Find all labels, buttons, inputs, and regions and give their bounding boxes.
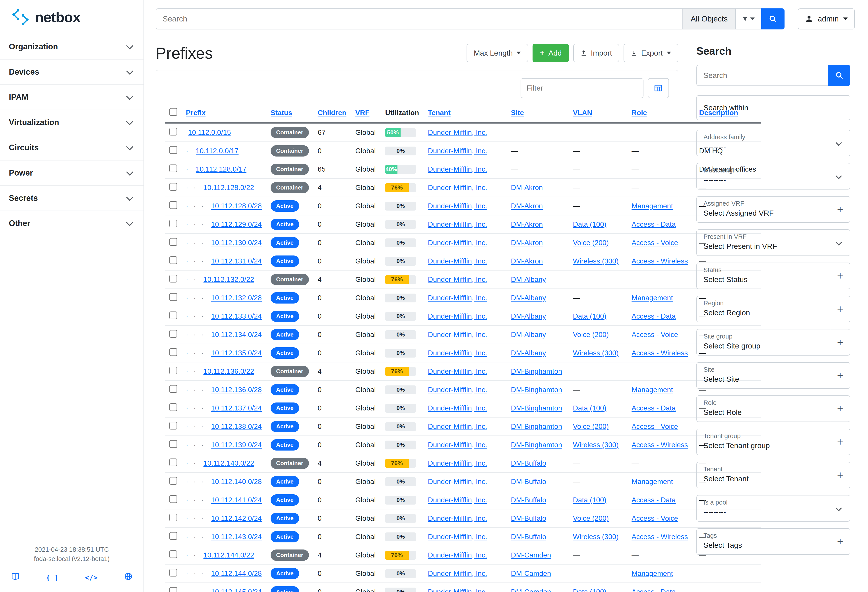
table-configure-button[interactable] [648,78,669,98]
vlan-link[interactable]: Voice (200) [573,422,609,430]
tenant-link[interactable]: Dunder-Mifflin, Inc. [428,202,487,210]
tenant-link[interactable]: Dunder-Mifflin, Inc. [428,514,487,522]
row-checkbox[interactable] [170,220,177,227]
site-link[interactable]: DM-Camden [511,551,551,559]
site-link[interactable]: DM-Buffalo [511,459,546,467]
role-link[interactable]: Access - Wireless [632,257,688,265]
tenant-link[interactable]: Dunder-Mifflin, Inc. [428,588,487,592]
tenant-link[interactable]: Dunder-Mifflin, Inc. [428,128,487,136]
role-link[interactable]: Access - Data [632,404,676,412]
global-search-button[interactable] [761,9,784,30]
role-link[interactable]: Access - Voice [632,331,678,338]
role-link[interactable]: Access - Voice [632,514,678,522]
column-sort-vlan[interactable]: VLAN [573,109,592,117]
tenant-link[interactable]: Dunder-Mifflin, Inc. [428,367,487,375]
filter-field-present-in-vrf[interactable]: Present in VRF Select Present in VRF [697,229,850,256]
row-checkbox[interactable] [170,256,177,264]
filter-field-tenant-group[interactable]: Tenant group Select Tenant group + [697,429,850,455]
add-filter-value-button[interactable]: + [830,329,850,355]
site-link[interactable]: DM-Albany [511,349,546,357]
add-filter-value-button[interactable]: + [830,263,850,289]
panel-search-button[interactable] [828,65,850,86]
role-link[interactable]: Management [632,294,673,302]
site-link[interactable]: DM-Akron [511,257,543,265]
role-link[interactable]: Access - Wireless [632,441,688,449]
prefix-link[interactable]: 10.112.141.0/24 [211,496,262,504]
panel-search-input[interactable] [697,65,828,86]
add-filter-value-button[interactable]: + [830,429,850,455]
filter-field-role[interactable]: Role Select Role + [697,396,850,422]
prefix-link[interactable]: 10.112.144.0/22 [204,551,254,559]
role-link[interactable]: Access - Voice [632,239,678,247]
site-link[interactable]: DM-Albany [511,312,546,320]
vlan-link[interactable]: Data (100) [573,496,606,504]
site-link[interactable]: DM-Binghamton [511,404,562,412]
prefix-link[interactable]: 10.112.137.0/24 [211,404,262,412]
add-filter-value-button[interactable]: + [830,296,850,322]
filter-field-is-a-pool[interactable]: Is a pool --------- [697,495,850,522]
tenant-link[interactable]: Dunder-Mifflin, Inc. [428,147,487,155]
sidebar-item-virtualization[interactable]: Virtualization [0,109,143,135]
role-link[interactable]: Access - Data [632,588,676,592]
vlan-link[interactable]: Voice (200) [573,331,609,338]
row-checkbox[interactable] [170,403,177,411]
site-link[interactable]: DM-Binghamton [511,367,562,375]
select-all-checkbox[interactable] [170,108,177,116]
prefix-link[interactable]: 10.112.140.0/22 [204,459,254,467]
row-checkbox[interactable] [170,164,177,172]
column-sort-status[interactable]: Status [270,109,292,117]
tenant-link[interactable]: Dunder-Mifflin, Inc. [428,404,487,412]
add-filter-value-button[interactable]: + [830,196,850,222]
prefix-link[interactable]: 10.112.131.0/24 [211,257,262,265]
column-sort-tenant[interactable]: Tenant [428,109,450,117]
global-search-input[interactable] [156,9,683,30]
row-checkbox[interactable] [170,532,177,540]
column-sort-vrf[interactable]: VRF [355,109,369,117]
row-checkbox[interactable] [170,348,177,356]
vlan-link[interactable]: Data (100) [573,220,606,228]
site-link[interactable]: DM-Camden [511,570,551,577]
role-link[interactable]: Management [632,570,673,577]
add-filter-value-button[interactable]: + [830,396,850,422]
row-checkbox[interactable] [170,422,177,430]
role-link[interactable]: Management [632,478,673,486]
filter-field-site-group[interactable]: Site group Select Site group + [697,329,850,356]
vlan-link[interactable]: Data (100) [573,588,606,592]
filter-field-tenant[interactable]: Tenant Select Tenant + [697,462,850,489]
role-link[interactable]: Access - Data [632,220,676,228]
sidebar-item-circuits[interactable]: Circuits [0,135,143,160]
site-link[interactable]: DM-Albany [511,275,546,283]
row-checkbox[interactable] [170,367,177,374]
site-link[interactable]: DM-Buffalo [511,478,546,486]
row-checkbox[interactable] [170,477,177,485]
row-checkbox[interactable] [170,128,177,136]
site-link[interactable]: DM-Binghamton [511,441,562,449]
vlan-link[interactable]: Voice (200) [573,514,609,522]
row-checkbox[interactable] [170,459,177,466]
filter-field-address-family[interactable]: Address family --------- [697,130,850,156]
prefix-link[interactable]: 10.112.134.0/24 [211,331,262,338]
row-checkbox[interactable] [170,569,177,577]
tenant-link[interactable]: Dunder-Mifflin, Inc. [428,422,487,430]
tenant-link[interactable]: Dunder-Mifflin, Inc. [428,331,487,338]
tenant-link[interactable]: Dunder-Mifflin, Inc. [428,183,487,192]
tenant-link[interactable]: Dunder-Mifflin, Inc. [428,533,487,540]
sidebar-item-other[interactable]: Other [0,211,143,236]
rest-api-braces-icon[interactable]: { } [46,573,59,583]
filter-field-assigned-vrf[interactable]: Assigned VRF Select Assigned VRF + [697,196,850,223]
row-checkbox[interactable] [170,440,177,448]
row-checkbox[interactable] [170,275,177,282]
vlan-link[interactable]: Data (100) [573,404,606,412]
row-checkbox[interactable] [170,385,177,393]
site-link[interactable]: DM-Buffalo [511,514,546,522]
sidebar-item-ipam[interactable]: IPAM [0,84,143,109]
row-checkbox[interactable] [170,495,177,503]
prefix-link[interactable]: 10.112.128.0/22 [204,183,254,192]
role-link[interactable]: Access - Wireless [632,533,688,540]
site-link[interactable]: DM-Albany [511,331,546,338]
tenant-link[interactable]: Dunder-Mifflin, Inc. [428,459,487,467]
prefix-link[interactable]: 10.112.142.0/24 [211,514,262,522]
community-globe-icon[interactable] [124,572,133,583]
row-checkbox[interactable] [170,312,177,319]
row-checkbox[interactable] [170,183,177,190]
